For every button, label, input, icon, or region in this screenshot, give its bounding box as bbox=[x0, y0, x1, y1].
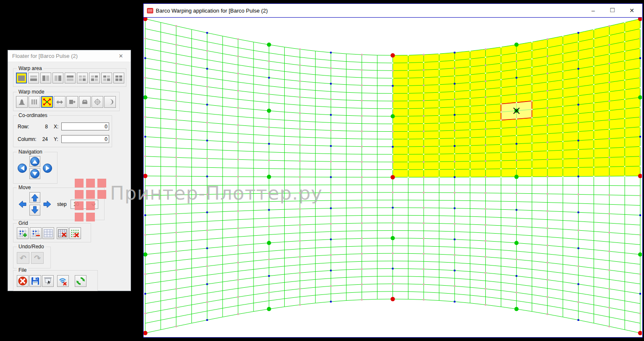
move-up-icon bbox=[30, 193, 39, 202]
move-left-button[interactable] bbox=[17, 199, 28, 210]
file-group: File bbox=[13, 270, 98, 291]
warp-area-quad-all-button[interactable] bbox=[113, 73, 124, 83]
file-save-button[interactable] bbox=[29, 275, 41, 287]
warp-area-split-top-bottom-button[interactable] bbox=[28, 73, 39, 83]
grid-plain-icon bbox=[44, 229, 53, 237]
quad-br-icon bbox=[79, 75, 86, 81]
warp-area-right-dark-button[interactable] bbox=[52, 73, 63, 83]
arrow-down-icon bbox=[32, 172, 37, 176]
y-input[interactable] bbox=[61, 135, 109, 143]
main-window-title: Barco Warping application for [Barco Pul… bbox=[156, 8, 268, 14]
minimize-button[interactable]: – bbox=[584, 4, 603, 17]
floater-window: Floater for [Barco Pulse (2) ✕ Warp area… bbox=[8, 50, 131, 291]
main-titlebar[interactable]: Barco Warping application for [Barco Pul… bbox=[144, 4, 642, 17]
grid-delete-icon bbox=[58, 229, 67, 237]
navigate-up-button[interactable] bbox=[29, 156, 40, 167]
file-close-button[interactable] bbox=[17, 275, 29, 287]
chevron-down-icon bbox=[92, 202, 96, 206]
warp-canvas[interactable] bbox=[144, 17, 642, 337]
warp-area-quad-br-button[interactable] bbox=[77, 73, 88, 83]
warp-area-left-dark-button[interactable] bbox=[40, 73, 51, 83]
grid-remove-icon bbox=[31, 229, 40, 237]
keystone-icon bbox=[18, 99, 26, 105]
move-up-button[interactable] bbox=[29, 192, 40, 203]
arrow-up-icon bbox=[32, 160, 37, 164]
floater-close-icon[interactable]: ✕ bbox=[115, 50, 127, 62]
undo-redo-group: Undo/Redo ↶ ↷ bbox=[13, 247, 51, 268]
warp-mode-hstretch-button[interactable] bbox=[54, 96, 65, 108]
move-right-icon bbox=[43, 200, 52, 209]
warp-mode-grid-warp-button[interactable] bbox=[41, 96, 53, 108]
warp-mode-edge-shift-button[interactable] bbox=[66, 96, 78, 108]
move-label: Move bbox=[17, 185, 32, 190]
column-value: 24 bbox=[38, 136, 48, 142]
move-right-button[interactable] bbox=[42, 199, 53, 210]
step-value: 10 bbox=[73, 201, 79, 207]
warp-mode-curve-button[interactable] bbox=[104, 96, 116, 108]
square-arrow-right-icon bbox=[68, 99, 76, 105]
x-label: X: bbox=[54, 124, 61, 130]
quad-antidiag-icon bbox=[103, 75, 110, 81]
warp-mode-linearity-button[interactable] bbox=[29, 96, 40, 108]
floater-title: Floater for [Barco Pulse (2) bbox=[12, 53, 78, 59]
undo-button[interactable]: ↶ bbox=[17, 252, 29, 264]
navigate-down-button[interactable] bbox=[29, 168, 40, 179]
warp-area-top-dark-button[interactable] bbox=[65, 73, 76, 83]
main-window: Barco Warping application for [Barco Pul… bbox=[143, 3, 643, 338]
quad-diag-icon bbox=[91, 75, 98, 81]
grid-dots-delete-icon bbox=[71, 229, 80, 237]
coordinates-label: Co-ordinates bbox=[17, 112, 49, 118]
horizontal-arrow-icon bbox=[56, 99, 63, 105]
warp-mesh[interactable] bbox=[144, 18, 642, 338]
split-left-icon bbox=[42, 75, 49, 81]
grid-group: Grid bbox=[13, 223, 91, 242]
grid-delete-button[interactable] bbox=[57, 227, 68, 239]
floater-titlebar[interactable]: Floater for [Barco Pulse (2) ✕ bbox=[8, 50, 131, 62]
undo-icon: ↶ bbox=[20, 254, 26, 262]
navigation-group: Navigation bbox=[13, 152, 58, 184]
y-label: Y: bbox=[54, 136, 61, 142]
maximize-button[interactable]: □ bbox=[603, 4, 622, 17]
navigate-left-button[interactable] bbox=[17, 163, 28, 174]
grid-remove-points-button[interactable] bbox=[30, 227, 42, 239]
warp-area-quad-diag-button[interactable] bbox=[89, 73, 100, 83]
grid-show-button[interactable] bbox=[42, 227, 54, 239]
center-target-icon bbox=[94, 99, 101, 105]
refresh-recycle-icon bbox=[76, 276, 85, 286]
warp-area-quad-antidiag-button[interactable] bbox=[101, 73, 112, 83]
wifi-disconnect-icon bbox=[58, 276, 68, 286]
warp-mode-keystone-button[interactable] bbox=[16, 96, 28, 108]
navigate-right-button[interactable] bbox=[42, 163, 53, 174]
linearity-bars-icon bbox=[31, 99, 38, 105]
warp-mode-target-button[interactable] bbox=[92, 96, 103, 108]
arrow-right-icon bbox=[46, 166, 50, 171]
red-close-icon bbox=[18, 276, 27, 286]
full-area-icon bbox=[18, 75, 25, 81]
bow-icon bbox=[81, 99, 89, 105]
file-label: File bbox=[17, 267, 28, 273]
curve-moon-icon bbox=[106, 99, 114, 105]
file-disconnect-button[interactable] bbox=[57, 275, 69, 287]
file-test-pattern-button[interactable] bbox=[42, 275, 54, 287]
move-down-button[interactable] bbox=[29, 205, 40, 216]
x-input[interactable] bbox=[61, 122, 109, 130]
grid-reset-points-button[interactable] bbox=[69, 227, 81, 239]
split-right-icon bbox=[55, 75, 61, 81]
column-label: Column: bbox=[18, 136, 38, 142]
warp-mode-bow-button[interactable] bbox=[79, 96, 91, 108]
file-refresh-button[interactable] bbox=[75, 275, 86, 287]
grid-add-icon bbox=[18, 229, 27, 237]
move-down-icon bbox=[30, 206, 39, 215]
move-group: Move step 10 bbox=[13, 187, 105, 220]
projector-screen-icon bbox=[43, 276, 52, 286]
warp-area-group: Warp area bbox=[13, 68, 126, 87]
redo-button[interactable]: ↷ bbox=[31, 252, 44, 264]
close-button[interactable]: ✕ bbox=[622, 4, 641, 17]
warp-area-label: Warp area bbox=[17, 65, 44, 71]
step-select[interactable]: 10 bbox=[71, 200, 98, 209]
warp-area-full-button[interactable] bbox=[16, 73, 27, 83]
grid-add-points-button[interactable] bbox=[17, 227, 29, 239]
step-label: step bbox=[57, 201, 67, 207]
row-label: Row: bbox=[18, 124, 38, 130]
grid-warp-icon bbox=[43, 98, 51, 106]
